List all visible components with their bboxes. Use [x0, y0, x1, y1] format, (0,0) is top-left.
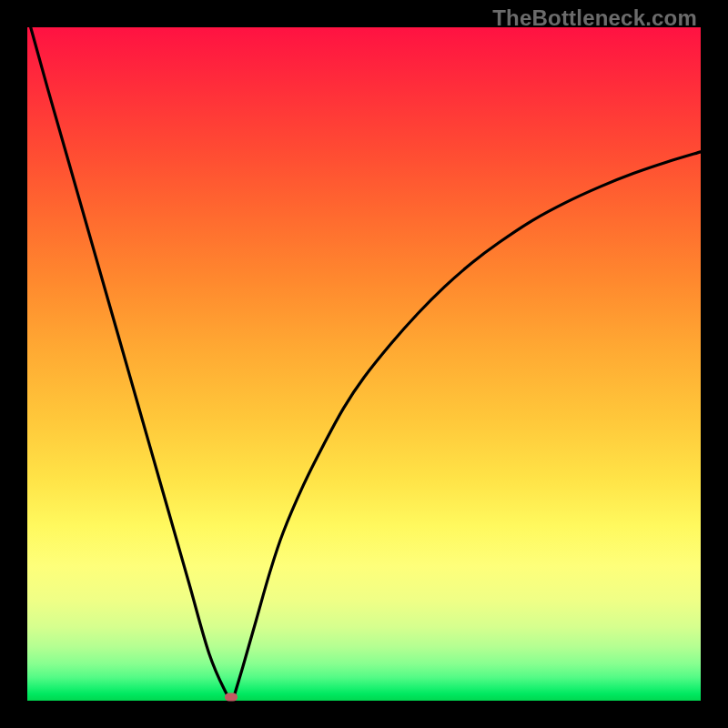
curve-right-branch — [233, 152, 701, 701]
minimum-marker — [225, 693, 238, 701]
curve-left-branch — [31, 27, 233, 701]
plot-area — [27, 27, 701, 701]
curve-layer — [27, 27, 701, 701]
chart-frame: TheBottleneck.com — [0, 0, 728, 728]
